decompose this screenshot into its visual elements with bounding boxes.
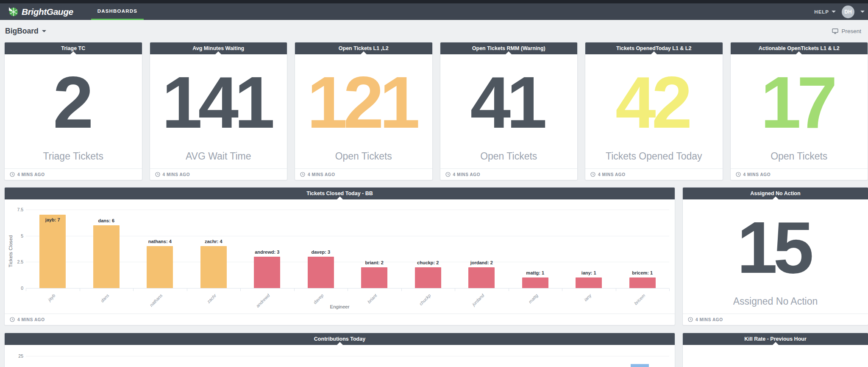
kpi-label: Open Tickets bbox=[731, 151, 868, 162]
x-tick-label: mattg bbox=[508, 293, 539, 314]
last-updated-text: 4 MINS AGO bbox=[163, 172, 190, 177]
kpi-label: Tickets Opened Today bbox=[585, 151, 723, 162]
top-navbar: BrightGauge DASHBOARDS HELP DH bbox=[0, 3, 868, 20]
bar-value-label: bricem: 1 bbox=[632, 270, 653, 275]
x-tick-label: zachr bbox=[186, 293, 217, 314]
assigned-card-title: Assigned No Action bbox=[750, 191, 800, 196]
kpi-card-header[interactable]: Avg Minutes Waiting bbox=[150, 42, 287, 54]
brand-logo[interactable]: BrightGauge bbox=[8, 3, 73, 20]
second-row: Tickets Closed Today - BB Tickets Closed… bbox=[4, 187, 868, 325]
kpi-label: Triage Tickets bbox=[5, 151, 142, 162]
x-axis-tick bbox=[348, 289, 348, 291]
kpi-card-footer: 4 MINS AGO bbox=[585, 168, 723, 180]
contributions-chart: 25 bbox=[5, 345, 675, 367]
bar-value-label: andrewd: 3 bbox=[255, 249, 279, 255]
x-tick-label: davep bbox=[294, 293, 324, 314]
x-tick-label: briant bbox=[348, 293, 378, 314]
kpi-card-title: Open Tickets RMM (Warning) bbox=[472, 45, 545, 51]
bar-zachr[interactable] bbox=[200, 246, 227, 288]
assigned-card-footer: 4 MINS AGO bbox=[683, 314, 868, 325]
board-name: BigBoard bbox=[5, 27, 39, 36]
bar-value-label: jayb: 7 bbox=[45, 217, 60, 222]
y-tick-label: 25 bbox=[8, 353, 23, 359]
assigned-card-body: 15 bbox=[683, 199, 868, 296]
clock-icon bbox=[688, 317, 693, 322]
kpi-card-footer: 4 MINS AGO bbox=[440, 168, 578, 180]
gridline bbox=[26, 210, 669, 210]
bar-bricem[interactable] bbox=[629, 277, 656, 288]
gridline bbox=[26, 236, 669, 236]
chevron-down-icon bbox=[42, 30, 46, 32]
x-tick-label: iany bbox=[562, 293, 593, 314]
help-menu[interactable]: HELP bbox=[814, 9, 836, 14]
bar-value-label: iany: 1 bbox=[581, 270, 596, 275]
last-updated-text: 4 MINS AGO bbox=[743, 172, 771, 177]
card-notch bbox=[773, 196, 779, 199]
bar-dans[interactable] bbox=[93, 225, 120, 288]
bar-davep[interactable] bbox=[308, 257, 334, 288]
kpi-value: 41 bbox=[470, 68, 547, 137]
clock-icon bbox=[10, 172, 15, 177]
kpi-value: 42 bbox=[615, 68, 692, 137]
bar-value-label: nathans: 4 bbox=[148, 239, 172, 244]
x-axis-tick bbox=[240, 289, 241, 291]
x-axis-tick bbox=[187, 289, 187, 291]
last-updated-text: 4 MINS AGO bbox=[17, 317, 45, 322]
kpi-card-footer: 4 MINS AGO bbox=[295, 168, 432, 180]
kpi-value: 141 bbox=[162, 68, 275, 137]
avatar-chevron-down-icon[interactable] bbox=[860, 11, 865, 13]
kpi-card-header[interactable]: Actionable OpenTickets L1 & L2 bbox=[731, 42, 868, 54]
clock-icon bbox=[300, 172, 305, 177]
bar-value-label: mattg: 1 bbox=[526, 270, 544, 275]
x-axis-tick bbox=[401, 289, 402, 291]
bar-iany[interactable] bbox=[576, 277, 602, 288]
dashboard-page: BrightGauge DASHBOARDS HELP DH BigBoard bbox=[0, 0, 868, 367]
tab-dashboards[interactable]: DASHBOARDS bbox=[91, 3, 144, 20]
kpi-card-header[interactable]: Open Tickets RMM (Warning) bbox=[440, 42, 578, 54]
clock-icon bbox=[10, 317, 15, 322]
x-axis-tick bbox=[509, 289, 509, 291]
x-tick-label: andrewd bbox=[240, 293, 271, 314]
x-axis-tick bbox=[133, 289, 134, 291]
bar-andrewd[interactable] bbox=[254, 257, 280, 288]
kpi-card-row: Triage TC 2 Triage Tickets 4 MINS AGO Av… bbox=[4, 42, 868, 180]
kpi-card-title: Actionable OpenTickets L1 & L2 bbox=[759, 45, 840, 51]
bar-mattg[interactable] bbox=[522, 277, 548, 288]
kill-rate-card: Kill Rate - Previous Hour bbox=[682, 333, 868, 367]
kill-rate-card-header[interactable]: Kill Rate - Previous Hour bbox=[683, 333, 868, 345]
kpi-card-body: 121 bbox=[295, 54, 432, 151]
clock-icon bbox=[736, 172, 741, 177]
chevron-down-icon bbox=[832, 11, 836, 13]
kpi-card-body: 141 bbox=[150, 54, 287, 151]
user-avatar[interactable]: DH bbox=[842, 6, 854, 18]
present-button[interactable]: Present bbox=[832, 28, 861, 34]
third-row: Contributions Today 25 Kill Rate - Previ… bbox=[4, 333, 868, 367]
partial-bar[interactable] bbox=[631, 364, 649, 367]
bar-value-label: davep: 3 bbox=[311, 249, 330, 255]
kpi-card-header[interactable]: Triage TC bbox=[5, 42, 142, 54]
y-tick-label: 7.5 bbox=[8, 207, 23, 212]
kpi-card: Avg Minutes Waiting 141 AVG Wait Time 4 … bbox=[150, 42, 288, 180]
bar-briant[interactable] bbox=[361, 267, 387, 288]
card-notch bbox=[70, 51, 76, 54]
brand-name: BrightGauge bbox=[22, 7, 73, 17]
x-tick-label: nathans bbox=[133, 293, 164, 314]
bar-jayb[interactable] bbox=[39, 215, 66, 288]
board-selector[interactable]: BigBoard bbox=[5, 27, 46, 36]
kpi-card-body: 42 bbox=[585, 54, 723, 151]
card-notch bbox=[773, 342, 779, 345]
kpi-card-header[interactable]: Tickets OpenedToday L1 & L2 bbox=[585, 42, 723, 54]
x-tick-label: jordand bbox=[455, 293, 485, 314]
bar-value-label: chuckp: 2 bbox=[417, 260, 439, 265]
contributions-card-header[interactable]: Contributions Today bbox=[5, 333, 675, 345]
assigned-card-header[interactable]: Assigned No Action bbox=[683, 188, 868, 199]
kpi-label: Open Tickets bbox=[295, 151, 432, 162]
tickets-closed-chart: Tickets Closed Engineer 02.557.5jayb: 7j… bbox=[5, 199, 675, 314]
x-tick-label: chuckp bbox=[401, 293, 431, 314]
chart-card-header[interactable]: Tickets Closed Today - BB bbox=[5, 188, 675, 199]
bar-jordand[interactable] bbox=[468, 267, 495, 288]
kpi-card-header[interactable]: Open Tickets L1 ,L2 bbox=[295, 42, 432, 54]
bar-nathans[interactable] bbox=[147, 246, 173, 288]
bar-chuckp[interactable] bbox=[415, 267, 441, 288]
kpi-card-body: 17 bbox=[731, 54, 868, 151]
